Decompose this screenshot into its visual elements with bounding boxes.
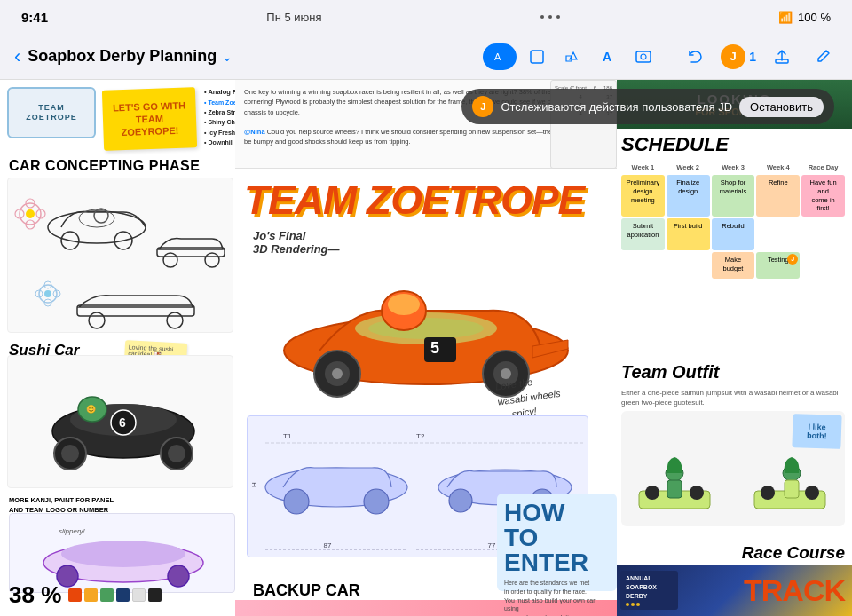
whiteboard[interactable]: TEAMZOETROPE LET'S GO WITH TEAM ZOEYROPE… <box>0 80 852 616</box>
svg-point-79 <box>805 486 819 500</box>
document-title: Soapbox Derby Planning <box>28 47 217 66</box>
outfit-section: Team Outfit Either a one-piece salmun ju… <box>621 362 845 526</box>
sushi-sketch-svg: 6 😊 <box>8 356 234 489</box>
how-to-text: Here are the standards we metin order to… <box>504 579 610 616</box>
shapes-tool-button[interactable] <box>557 42 588 72</box>
svg-rect-50 <box>424 337 456 362</box>
photo-tool-button[interactable] <box>628 42 659 72</box>
schedule-cell-1-5: Have fun andcome in first! <box>801 175 845 217</box>
svg-text:H: H <box>250 482 258 487</box>
schedule-cell-3-1 <box>621 252 665 279</box>
status-bar: 9:41 Пн 5 июня 📶 100 % <box>0 0 852 34</box>
stop-tracking-button[interactable]: Остановить <box>739 97 824 117</box>
svg-point-78 <box>761 486 775 500</box>
schedule-cell-1-2: Finalizedesign <box>667 175 710 217</box>
annual-derby-text: ANNUALSOAPBOXDERBY <box>626 574 673 600</box>
sushi-car-sketch: 6 😊 <box>7 355 233 488</box>
derby-dots <box>626 603 673 606</box>
schedule-section: SCHEDULE Week 1 Week 2 Week 3 Week 4 Rac… <box>621 133 845 279</box>
right-tools: J 1 <box>680 42 838 72</box>
race-course-title: Race Course <box>742 543 845 563</box>
svg-point-8 <box>26 209 35 218</box>
pencil-tool-button[interactable]: A <box>483 43 517 70</box>
team-badge: TEAMZOETROPE <box>7 87 96 138</box>
how-to-title: HOWTOENTER <box>504 501 610 575</box>
svg-text:87: 87 <box>324 541 332 549</box>
svg-text:5: 5 <box>430 339 439 357</box>
swatch-dark <box>148 588 162 602</box>
schedule-cell-3-4: Testing J <box>756 252 800 279</box>
svg-point-22 <box>44 290 51 297</box>
team-zoetrope-big-title: TEAM ZOETROPE <box>244 176 584 224</box>
lets-go-text: LET'S GO WITH TEAM ZOEYROPE! <box>107 99 191 139</box>
outfit-title: Team Outfit <box>621 362 845 383</box>
swatch-orange <box>84 588 98 602</box>
back-button[interactable]: ‹ <box>14 45 20 68</box>
status-dots <box>540 15 560 19</box>
back-chevron-icon: ‹ <box>14 45 20 68</box>
swatch-red <box>68 588 82 602</box>
schedule-cell-2-5 <box>801 218 845 250</box>
undo-button[interactable] <box>680 42 710 72</box>
status-right: 📶 100 % <box>778 11 831 24</box>
schedule-cell-1-4: Refine <box>756 175 800 217</box>
user-avatar: J <box>721 44 746 69</box>
swatch-light <box>132 588 146 602</box>
progress-section: 38 % <box>9 581 162 609</box>
collab-text: Отслеживаются действия пользователя JD <box>501 100 732 114</box>
title-chevron-icon[interactable]: ⌄ <box>222 50 233 64</box>
track-text: TRACK <box>744 573 852 608</box>
svg-rect-6 <box>776 59 788 63</box>
svg-text:T1: T1 <box>283 432 292 440</box>
text-tool-button[interactable]: A <box>593 42 623 72</box>
markup-edit-button[interactable] <box>808 42 838 72</box>
i-like-both-sticky: I likeboth! <box>792 414 841 449</box>
swatch-navy <box>116 588 130 602</box>
select-tool-button[interactable] <box>522 42 552 72</box>
schedule-cell-2-3: Rebuild <box>712 218 755 250</box>
share-button[interactable] <box>767 42 797 72</box>
schedule-title: SCHEDULE <box>621 133 845 156</box>
color-swatches <box>68 588 162 602</box>
schedule-grid: Week 1 Week 2 Week 3 Week 4 Race Day Pre… <box>621 162 845 279</box>
car-sketch-area <box>7 178 233 333</box>
svg-text:A: A <box>494 51 501 62</box>
schedule-header-2: Week 2 <box>667 162 710 173</box>
car-sketches-svg <box>8 178 234 334</box>
race-track-section: ANNUALSOAPBOXDERBY TRACK <box>617 565 852 616</box>
backup-car-label: BACKUP CAR <box>253 581 360 600</box>
svg-point-74 <box>690 486 704 500</box>
svg-point-66 <box>449 489 472 512</box>
car-concepting-heading: CAR CONCEPTING PHASE <box>9 158 200 174</box>
avatar-group: J 1 <box>721 44 756 69</box>
avatar-count: 1 <box>749 50 756 64</box>
progress-percent: 38 % <box>9 581 61 609</box>
status-day: Пн 5 июня <box>266 11 321 24</box>
svg-text:77: 77 <box>488 541 496 549</box>
nav-tools: A A J 1 <box>483 42 838 72</box>
battery-text: 100 % <box>798 11 831 24</box>
swatch-green <box>100 588 114 602</box>
svg-rect-81 <box>785 480 799 498</box>
schedule-cell-1-3: Shop formaterials <box>712 175 755 217</box>
schedule-cell-3-2 <box>667 252 710 279</box>
nav-bar: ‹ Soapbox Derby Planning ⌄ A A <box>0 34 852 80</box>
svg-text:slippery!: slippery! <box>59 527 86 535</box>
collab-avatar: J <box>472 96 493 117</box>
svg-point-29 <box>167 312 183 328</box>
drawing-tools: A A <box>483 42 659 72</box>
lets-go-sticky: LET'S GO WITH TEAM ZOEYROPE! <box>102 87 197 151</box>
schedule-cell-2-1: Submitapplication <box>621 218 665 250</box>
schedule-cell-2-2: First build <box>667 218 710 250</box>
team-badge-text: TEAMZOETROPE <box>26 103 77 122</box>
outfit-description: Either a one-piece salmun jumpsuit with … <box>621 388 845 407</box>
svg-point-49 <box>388 294 420 315</box>
schedule-header-4: Week 4 <box>756 162 800 173</box>
svg-rect-2 <box>531 51 543 63</box>
schedule-cell-2-4 <box>756 218 800 250</box>
schedule-header-1: Week 1 <box>621 162 665 173</box>
svg-point-43 <box>168 565 189 587</box>
svg-point-35 <box>61 445 79 462</box>
svg-text:😊: 😊 <box>86 404 97 415</box>
canvas-area[interactable]: TEAMZOETROPE LET'S GO WITH TEAM ZOEYROPE… <box>0 80 852 616</box>
